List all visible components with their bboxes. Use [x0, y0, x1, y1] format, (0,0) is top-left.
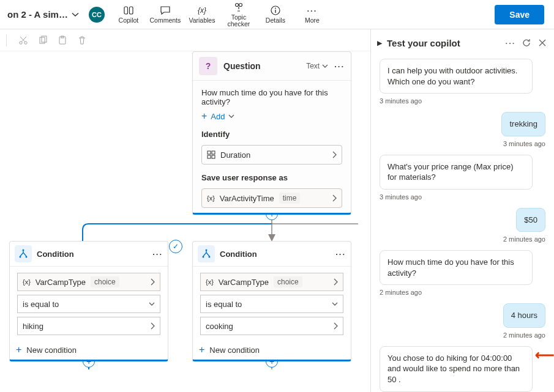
info-icon — [270, 5, 281, 16]
chevron-down-icon — [72, 11, 79, 18]
tool-comments[interactable]: Comments — [148, 2, 183, 28]
condition-value-picker[interactable]: hiking — [17, 317, 160, 335]
svg-rect-18 — [208, 155, 211, 158]
question-icon: ? — [199, 57, 217, 75]
condition-more-icon[interactable]: ··· — [152, 250, 163, 259]
chevron-right-icon — [332, 194, 337, 202]
timestamp: 3 minutes ago — [503, 140, 545, 147]
close-icon[interactable] — [537, 37, 548, 48]
condition-variable-picker[interactable]: {x} VarCampType choice — [200, 273, 343, 291]
svg-point-3 — [239, 3, 242, 6]
entity-icon — [207, 150, 215, 159]
cut-icon[interactable] — [17, 34, 30, 47]
test-pane-title: Test your copilot — [387, 38, 500, 48]
question-node-more-icon[interactable]: ··· — [334, 62, 345, 71]
ellipsis-icon: ··· — [307, 5, 318, 16]
canvas-toolbar — [0, 29, 370, 51]
svg-rect-1 — [129, 7, 133, 14]
chevron-right-icon — [150, 322, 155, 330]
plus-icon: + — [201, 111, 207, 121]
user-message[interactable]: $50 — [516, 208, 545, 232]
svg-point-2 — [235, 3, 238, 6]
variable-icon: {x} — [206, 278, 214, 286]
topic-checker-icon — [233, 2, 244, 13]
svg-rect-16 — [208, 151, 211, 154]
copy-icon[interactable] — [36, 34, 50, 47]
svg-point-20 — [20, 256, 21, 258]
topic-title: on 2 - A sim… — [7, 9, 68, 20]
avatar[interactable]: CC — [89, 7, 105, 23]
top-toolbar: on 2 - A sim… CC Copilot Comments {x} Va… — [0, 0, 554, 29]
condition-variable-picker[interactable]: {x} VarCampType choice — [17, 273, 160, 291]
refresh-icon[interactable] — [521, 37, 532, 48]
chevron-down-icon — [228, 113, 234, 119]
bot-message[interactable]: How much time do you have for this activ… — [380, 250, 533, 285]
svg-rect-19 — [212, 155, 215, 158]
identify-picker[interactable]: Duration — [201, 145, 342, 165]
delete-icon[interactable] — [75, 34, 89, 47]
tool-details[interactable]: Details — [258, 2, 293, 28]
save-response-picker[interactable]: {x} VarActivityTime time — [201, 188, 342, 208]
condition-operator-picker[interactable]: is equal to — [17, 295, 160, 313]
authoring-canvas[interactable]: + + + ? Question Text ··· How much time … — [0, 51, 370, 392]
paste-icon[interactable] — [56, 34, 69, 47]
trace-check-icon: ✓ — [169, 240, 182, 253]
chevron-down-icon — [322, 63, 328, 69]
svg-point-6 — [20, 41, 22, 43]
branch-icon — [15, 245, 32, 262]
new-condition-button[interactable]: + New condition — [193, 340, 351, 360]
variables-icon: {x} — [197, 5, 208, 16]
timestamp: 2 minutes ago — [380, 289, 422, 296]
user-message[interactable]: 4 hours — [503, 303, 545, 328]
bot-message[interactable]: You chose to do hiking for 04:00:00 and … — [380, 346, 533, 392]
timestamp: 3 minutes ago — [380, 97, 422, 105]
svg-rect-0 — [124, 7, 128, 14]
tool-variables[interactable]: {x} Variables — [184, 2, 220, 28]
question-node[interactable]: ? Question Text ··· How much time do you… — [192, 51, 351, 215]
plus-icon: + — [199, 345, 204, 355]
chevron-right-icon — [150, 278, 155, 286]
svg-point-25 — [206, 250, 208, 251]
identify-label: Identify — [201, 130, 342, 139]
svg-point-22 — [23, 250, 24, 251]
condition-value-picker[interactable]: cooking — [200, 317, 343, 335]
svg-point-24 — [209, 256, 211, 258]
test-pane-more-icon[interactable]: ··· — [505, 37, 516, 48]
condition-operator-picker[interactable]: is equal to — [200, 295, 343, 313]
svg-point-5 — [275, 8, 276, 9]
user-message[interactable]: trekking — [501, 112, 545, 136]
plus-icon: + — [16, 345, 21, 355]
timestamp: 3 minutes ago — [380, 193, 422, 201]
chevron-right-icon — [333, 278, 338, 286]
tool-topic-checker[interactable]: Topic checker — [221, 2, 256, 28]
topic-title-dropdown[interactable]: on 2 - A sim… — [4, 9, 83, 20]
bot-message[interactable]: I can help you with outdoor activities. … — [380, 59, 533, 94]
comments-icon — [160, 5, 171, 16]
chevron-right-icon — [332, 151, 337, 158]
variable-icon: {x} — [207, 194, 215, 202]
timestamp: 2 minutes ago — [503, 331, 545, 339]
svg-point-21 — [26, 256, 28, 258]
condition-title: Condition — [220, 250, 331, 259]
annotation-arrow-icon: ⟵ — [535, 347, 554, 363]
bot-message[interactable]: What's your price range (Max price) for … — [380, 155, 533, 190]
question-add-button[interactable]: + Add — [201, 111, 342, 121]
save-button[interactable]: Save — [495, 5, 544, 24]
question-node-title: Question — [223, 61, 300, 71]
test-copilot-pane: ▶ Test your copilot ··· I can help you w… — [370, 29, 554, 392]
timestamp: 2 minutes ago — [503, 235, 545, 243]
condition-node-1[interactable]: Condition ··· {x} VarCampType choice is … — [9, 241, 168, 361]
svg-point-23 — [203, 256, 204, 258]
save-response-label: Save user response as — [201, 173, 342, 182]
question-prompt: How much time do you have for this activ… — [201, 88, 342, 106]
collapse-icon[interactable]: ▶ — [377, 39, 382, 47]
copilot-icon — [123, 5, 134, 16]
question-type-selector[interactable]: Text — [306, 62, 328, 70]
condition-node-2[interactable]: Condition ··· {x} VarCampType choice is … — [192, 241, 351, 361]
svg-point-7 — [24, 41, 27, 43]
condition-more-icon[interactable]: ··· — [335, 250, 346, 259]
chevron-right-icon — [333, 322, 338, 330]
new-condition-button[interactable]: + New condition — [10, 340, 168, 360]
tool-copilot[interactable]: Copilot — [111, 2, 146, 28]
tool-more[interactable]: ··· More — [294, 2, 330, 28]
